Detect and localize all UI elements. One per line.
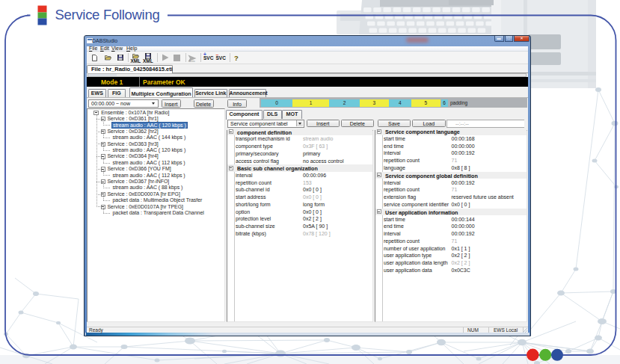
svg-text:?: ?: [234, 54, 239, 62]
svg-text:Auto: Auto: [189, 58, 196, 62]
